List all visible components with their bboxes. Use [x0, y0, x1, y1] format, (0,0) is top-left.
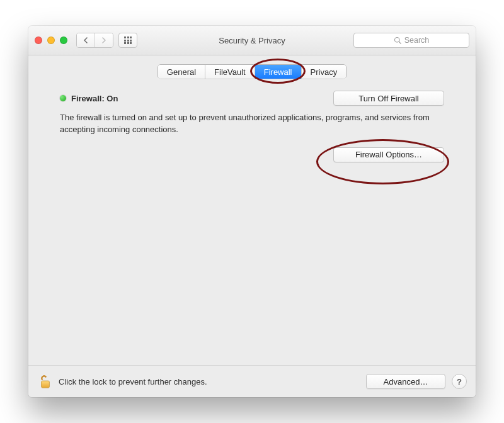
footer: Click the lock to prevent further change… — [28, 365, 476, 397]
tab-label: Privacy — [311, 67, 338, 77]
firewall-description: The firewall is turned on and set up to … — [60, 112, 444, 136]
chevron-right-icon — [101, 37, 106, 43]
chevron-left-icon — [83, 37, 88, 43]
firewall-status-label: Firewall: On — [71, 94, 118, 103]
minimize-window-button[interactable] — [47, 37, 55, 44]
titlebar: Security & Privacy Search — [28, 26, 476, 55]
preferences-window: Security & Privacy Search General FileVa… — [28, 26, 476, 397]
status-indicator-icon — [60, 95, 66, 101]
search-icon — [394, 37, 401, 44]
tab-label: Firewall — [264, 67, 292, 77]
window-controls — [35, 37, 67, 44]
button-label: Firewall Options… — [355, 150, 422, 159]
firewall-options-button[interactable]: Firewall Options… — [333, 147, 444, 162]
close-window-button[interactable] — [35, 37, 42, 44]
zoom-window-button[interactable] — [60, 37, 67, 44]
turn-off-firewall-button[interactable]: Turn Off Firewall — [333, 91, 444, 106]
tab-filevault[interactable]: FileVault — [205, 65, 255, 79]
tab-label: FileVault — [214, 67, 246, 77]
svg-rect-2 — [42, 381, 50, 388]
help-button[interactable]: ? — [452, 374, 467, 389]
tabbar: General FileVault Firewall Privacy — [28, 55, 476, 79]
button-label: Turn Off Firewall — [358, 94, 418, 103]
advanced-button[interactable]: Advanced… — [366, 374, 445, 389]
button-label: Advanced… — [384, 377, 428, 386]
svg-line-1 — [399, 42, 401, 43]
forward-button[interactable] — [94, 33, 113, 47]
tab-label: General — [167, 67, 196, 77]
search-placeholder: Search — [404, 36, 430, 45]
tab-firewall[interactable]: Firewall — [255, 65, 301, 79]
lock-text: Click the lock to prevent further change… — [59, 377, 207, 386]
back-button[interactable] — [77, 33, 94, 47]
show-all-button[interactable] — [118, 33, 137, 48]
tab-general[interactable]: General — [158, 65, 205, 79]
lock-icon[interactable] — [38, 373, 52, 390]
grid-icon — [124, 37, 132, 44]
search-field[interactable]: Search — [353, 33, 469, 48]
content-area: Firewall: On Turn Off Firewall The firew… — [28, 79, 476, 365]
tab-privacy[interactable]: Privacy — [301, 65, 346, 79]
nav-buttons — [76, 33, 113, 48]
